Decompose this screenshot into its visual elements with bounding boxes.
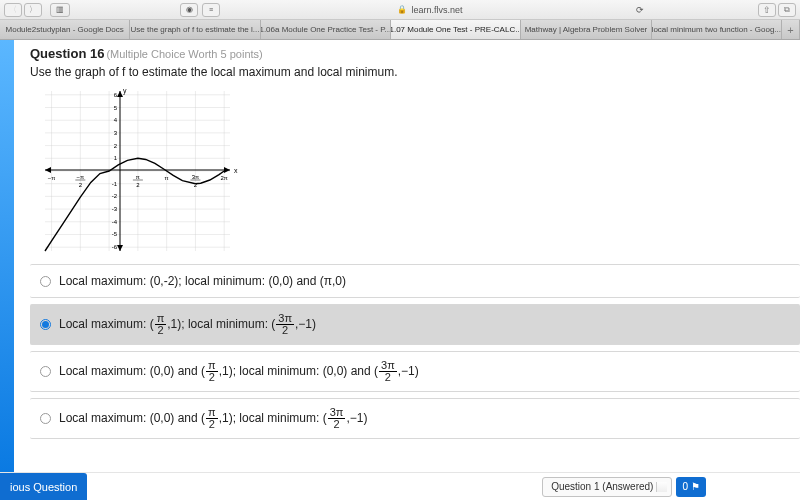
svg-text:2: 2 [79, 182, 83, 188]
choice-b[interactable]: Local maximum: (π2,1); local minimum: (3… [30, 304, 800, 345]
radio-icon [40, 276, 51, 287]
question-meta: (Multiple Choice Worth 5 points) [106, 48, 262, 60]
choice-text: Local maximum: (0,-2); local minimum: (0… [59, 274, 346, 288]
svg-marker-23 [45, 167, 51, 173]
tab-bar: Module2studyplan - Google Docs Use the g… [0, 20, 800, 40]
tabs-button[interactable]: ⧉ [778, 3, 796, 17]
svg-text:π: π [136, 174, 140, 180]
choice-text: Local maximum: (π2,1); local minimum: (3… [59, 313, 316, 336]
question-prompt: Use the graph of f to estimate the local… [30, 65, 800, 79]
choice-text: Local maximum: (0,0) and (π2,1); local m… [59, 407, 367, 430]
choice-d[interactable]: Local maximum: (0,0) and (π2,1); local m… [30, 398, 800, 439]
flag-icon: ⚑ [691, 481, 700, 492]
browser-tab[interactable]: local minimum two function - Goog... [652, 20, 782, 39]
share-button[interactable]: ⇧ [758, 3, 776, 17]
svg-text:2π: 2π [220, 175, 227, 181]
browser-tab[interactable]: Mathway | Algebra Problem Solver [521, 20, 651, 39]
radio-icon [40, 319, 51, 330]
radio-icon [40, 413, 51, 424]
forward-button[interactable]: 〉 [24, 3, 42, 17]
choice-a[interactable]: Local maximum: (0,-2); local minimum: (0… [30, 264, 800, 298]
previous-question-button[interactable]: ious Question [0, 473, 87, 501]
answer-choices: Local maximum: (0,-2); local minimum: (0… [30, 264, 800, 439]
question-number: Question 16 [30, 46, 104, 61]
choice-c[interactable]: Local maximum: (0,0) and (π2,1); local m… [30, 351, 800, 392]
flag-count-badge[interactable]: 0 ⚑ [676, 477, 706, 497]
svg-text:-5: -5 [112, 231, 118, 237]
reader-button[interactable]: ◉ [180, 3, 198, 17]
address-bar[interactable]: 🔒 learn.flvs.net [224, 5, 636, 15]
sidebar-toggle[interactable]: ▥ [50, 3, 70, 17]
new-tab-button[interactable]: + [782, 20, 800, 39]
svg-marker-22 [224, 167, 230, 173]
svg-text:y: y [123, 87, 127, 95]
flag-count: 0 [682, 481, 688, 492]
svg-text:-1: -1 [112, 181, 118, 187]
url-host: learn.flvs.net [411, 5, 462, 15]
svg-marker-25 [117, 245, 123, 251]
format-button[interactable]: ≡ [202, 3, 220, 17]
svg-text:-6: -6 [112, 244, 118, 250]
browser-tab[interactable]: 1.06a Module One Practice Test - P... [261, 20, 391, 39]
browser-tab[interactable]: Module2studyplan - Google Docs [0, 20, 130, 39]
bottom-bar: ious Question Question 1 (Answered) 0 ⚑ [0, 472, 800, 500]
function-graph: x y -6-5-4-3-2-1123456 −π−π2π2π3π22π [30, 83, 240, 258]
side-accent [0, 40, 14, 500]
browser-tab[interactable]: Use the graph of f to estimate the l... [130, 20, 260, 39]
reload-icon[interactable]: ⟳ [636, 5, 644, 15]
back-button[interactable]: 〈 [4, 3, 22, 17]
svg-text:-2: -2 [112, 193, 118, 199]
browser-tab[interactable]: 1.07 Module One Test - PRE-CALC... [391, 20, 521, 39]
svg-text:−π: −π [77, 174, 85, 180]
svg-text:x: x [234, 167, 238, 174]
svg-text:2: 2 [136, 182, 140, 188]
svg-text:-3: -3 [112, 206, 118, 212]
svg-text:−π: −π [48, 175, 56, 181]
browser-toolbar: 〈 〉 ▥ ◉ ≡ 🔒 learn.flvs.net ⟳ ⇧ ⧉ [0, 0, 800, 20]
choice-text: Local maximum: (0,0) and (π2,1); local m… [59, 360, 419, 383]
question-header: Question 16 (Multiple Choice Worth 5 poi… [30, 46, 800, 61]
svg-text:-4: -4 [112, 219, 118, 225]
lock-icon: 🔒 [397, 5, 407, 14]
radio-icon [40, 366, 51, 377]
svg-text:3π: 3π [192, 174, 199, 180]
question-selector[interactable]: Question 1 (Answered) [542, 477, 672, 497]
svg-text:π: π [165, 175, 169, 181]
